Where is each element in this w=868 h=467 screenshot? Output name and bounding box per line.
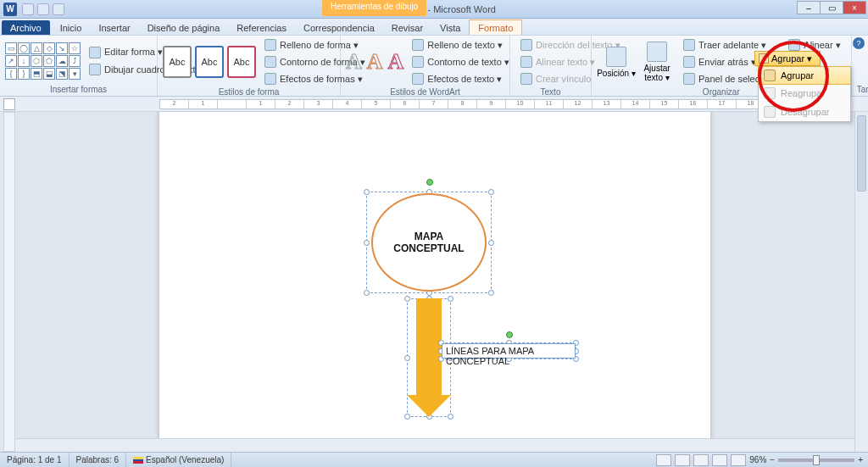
wrap-icon: [647, 42, 667, 62]
zoom-level[interactable]: 96%: [749, 455, 766, 464]
resize-handle[interactable]: [488, 240, 494, 246]
group-title-insertar-formas: Insertar formas: [5, 84, 152, 96]
group-texto: Dirección del texto ▾ Alinear texto ▾ Cr…: [510, 36, 592, 96]
status-page[interactable]: Página: 1 de 1: [0, 453, 70, 467]
qat-undo-icon[interactable]: [37, 3, 49, 15]
tab-correspondencia[interactable]: Correspondencia: [295, 20, 383, 35]
tab-referencias[interactable]: Referencias: [228, 20, 295, 35]
group-title-tamano: Tamaño: [857, 84, 868, 96]
tab-insertar[interactable]: Insertar: [90, 20, 138, 35]
view-web-button[interactable]: [693, 454, 709, 466]
vertical-ruler[interactable]: [3, 112, 15, 452]
text-fill-icon: [412, 39, 424, 51]
position-icon: [606, 47, 626, 67]
group-insertar-formas: ▭◯△◇↘☆ ↗↓⬡⬠☁⤴ {}⬒⬓⬔▾ Editar forma ▾ Dibu…: [0, 36, 158, 96]
text-direction-icon: [520, 39, 532, 51]
tab-diseno-pagina[interactable]: Diseño de página: [139, 20, 229, 35]
zoom-slider-knob[interactable]: [813, 455, 820, 465]
ellipse-text-line1: MAPA: [393, 231, 464, 242]
align-text-icon: [520, 56, 532, 68]
rotation-handle[interactable]: [426, 179, 433, 186]
resize-handle[interactable]: [364, 290, 370, 296]
shape-style-gallery[interactable]: Abc Abc Abc: [163, 46, 256, 78]
maximize-button[interactable]: ▭: [820, 1, 843, 14]
align-icon: [788, 39, 800, 51]
horizontal-ruler-strip: 21123456789101112131415161718: [0, 97, 868, 112]
resize-handle[interactable]: [364, 240, 370, 246]
shape-style-preview[interactable]: Abc: [163, 46, 192, 78]
view-print-layout-button[interactable]: [656, 454, 671, 466]
textbox-shape[interactable]: LÍNEAS PARA MAPA CONCEPTUAL: [442, 343, 576, 359]
document-page[interactable]: MAPA CONCEPTUAL: [159, 112, 710, 452]
zoom-out-button[interactable]: −: [770, 455, 775, 464]
qat-redo-icon[interactable]: [53, 3, 64, 15]
text-effects-button[interactable]: Efectos de texto ▾: [407, 71, 515, 86]
wrap-text-button[interactable]: Ajustar texto ▾: [637, 42, 676, 82]
fill-icon: [264, 39, 276, 51]
selection-pane-icon: [683, 73, 695, 85]
group-button-label: Agrupar ▾: [771, 53, 812, 64]
ribbon: ? ▭◯△◇↘☆ ↗↓⬡⬠☁⤴ {}⬒⬓⬔▾ Editar forma ▾ Di…: [0, 36, 868, 97]
wordart-preview[interactable]: A: [367, 49, 383, 75]
menu-item-agrupar[interactable]: Agrupar: [758, 66, 851, 85]
ribbon-tabs: Archivo Inicio Insertar Diseño de página…: [0, 19, 868, 36]
ellipse-shape[interactable]: MAPA CONCEPTUAL: [371, 193, 487, 292]
wordart-gallery[interactable]: A A A: [346, 49, 403, 75]
horizontal-scrollbar[interactable]: [15, 438, 854, 452]
tab-formato[interactable]: Formato: [469, 19, 522, 35]
view-fullscreen-button[interactable]: [675, 454, 690, 466]
quick-access-toolbar: [22, 3, 64, 15]
arrow-head: [407, 395, 451, 417]
menu-item-reagrupar: Reagrupar: [759, 84, 850, 103]
tab-vista[interactable]: Vista: [431, 20, 469, 35]
flag-icon: [133, 457, 143, 464]
horizontal-ruler[interactable]: 21123456789101112131415161718: [159, 99, 851, 109]
resize-handle[interactable]: [488, 189, 494, 195]
vertical-scrollbar[interactable]: [854, 112, 868, 452]
position-button[interactable]: Posición ▾: [597, 47, 636, 78]
shape-style-preview[interactable]: Abc: [227, 46, 256, 78]
outline-icon: [264, 56, 276, 68]
window-controls: – ▭ ×: [798, 1, 866, 14]
link-icon: [520, 73, 532, 85]
scrollbar-thumb[interactable]: [857, 115, 866, 192]
edit-shape-icon: [89, 47, 101, 58]
status-word-count[interactable]: Palabras: 6: [70, 453, 127, 467]
group-estilos-forma: Abc Abc Abc Relleno de forma ▾ Contorno …: [158, 36, 341, 96]
group-icon: [764, 69, 776, 81]
wordart-preview[interactable]: A: [388, 49, 404, 75]
send-backward-icon: [683, 56, 695, 68]
qat-save-icon[interactable]: [22, 3, 34, 15]
text-fill-button[interactable]: Relleno de texto ▾: [407, 37, 515, 53]
shape-style-preview[interactable]: Abc: [195, 46, 224, 78]
zoom-in-button[interactable]: +: [858, 455, 863, 464]
group-button[interactable]: Agrupar ▾: [754, 51, 821, 66]
shapes-gallery[interactable]: ▭◯△◇↘☆ ↗↓⬡⬠☁⤴ {}⬒⬓⬔▾: [5, 42, 81, 80]
textbox-icon: [89, 64, 101, 75]
tab-inicio[interactable]: Inicio: [52, 20, 91, 35]
tab-file[interactable]: Archivo: [2, 20, 50, 35]
tab-revisar[interactable]: Revisar: [383, 20, 431, 35]
rotation-handle[interactable]: [506, 331, 513, 338]
wordart-preview[interactable]: A: [346, 49, 362, 75]
minimize-button[interactable]: –: [797, 1, 821, 14]
word-app-icon: W: [3, 3, 17, 16]
view-outline-button[interactable]: [712, 454, 727, 466]
view-draft-button[interactable]: [731, 454, 746, 466]
tab-selector-button[interactable]: [3, 98, 15, 110]
text-outline-button[interactable]: Contorno de texto ▾: [407, 54, 515, 69]
regroup-icon: [764, 87, 776, 99]
group-dropdown-menu: Agrupar Reagrupar Desagrupar: [758, 66, 851, 122]
zoom-slider[interactable]: [778, 459, 854, 462]
group-tamano: Tamaño: [852, 36, 868, 96]
effects-icon: [264, 73, 276, 85]
resize-handle[interactable]: [364, 189, 370, 195]
status-language[interactable]: Español (Venezuela): [126, 453, 231, 467]
bring-forward-icon: [683, 39, 695, 51]
close-button[interactable]: ×: [843, 1, 866, 14]
resize-handle[interactable]: [488, 290, 494, 296]
text-effects-icon: [412, 73, 424, 85]
ungroup-icon: [764, 106, 776, 118]
document-workspace: MAPA CONCEPTUAL: [0, 112, 868, 452]
contextual-tab-heading: Herramientas de dibujo: [322, 0, 426, 16]
